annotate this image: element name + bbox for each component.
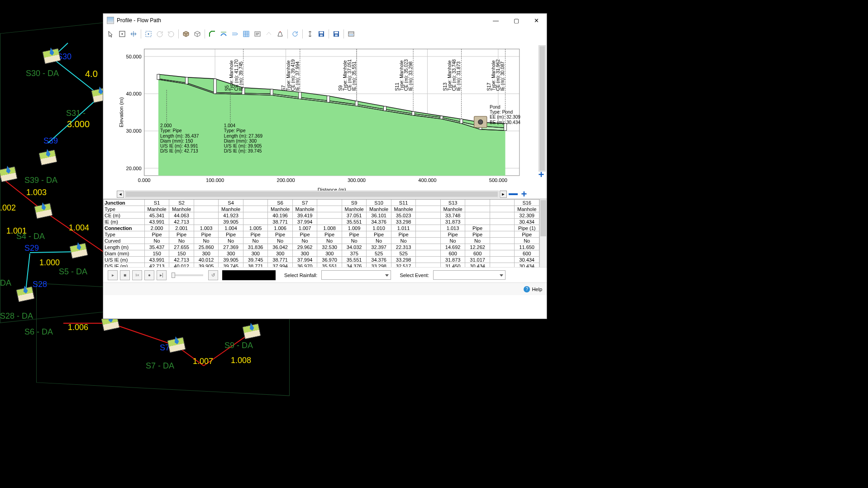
svg-text:100.000: 100.000: [206, 177, 224, 183]
svg-text:Pond: Pond: [490, 105, 501, 110]
chart-v-scrollbar[interactable]: [539, 45, 546, 172]
map-label: S6 - DA: [24, 327, 53, 337]
svg-rect-14: [243, 31, 249, 37]
save-button[interactable]: [331, 29, 341, 39]
save-image-button[interactable]: [316, 29, 326, 39]
svg-text:Type: Pipe: Type: Pipe: [160, 128, 182, 133]
data-grid-area[interactable]: JunctionS1S2S4S6S7S9S10S11S13S16TypeManh…: [103, 199, 547, 267]
svg-rect-52: [270, 89, 273, 95]
hgl-button[interactable]: [219, 29, 229, 39]
svg-text:Elevation (m): Elevation (m): [119, 97, 124, 128]
titlebar[interactable]: Profile - Flow Path — ▢ ✕: [103, 14, 547, 27]
svg-text:IE (m): 33.298: IE (m): 33.298: [408, 61, 413, 91]
svg-rect-49: [185, 77, 188, 84]
window-title: Profile - Flow Path: [117, 17, 486, 24]
speed-button[interactable]: 1x: [132, 270, 142, 280]
flip-path-button[interactable]: [264, 29, 274, 39]
annotations-button[interactable]: [253, 29, 262, 39]
play-button[interactable]: ▸: [108, 270, 118, 280]
chart-h-scrollbar[interactable]: [125, 191, 499, 198]
zoom-out-h-button[interactable]: [509, 193, 518, 195]
view-3d-solid-button[interactable]: [181, 29, 191, 39]
svg-text:1.004: 1.004: [224, 123, 236, 128]
grid-v-scrollbar[interactable]: [539, 199, 547, 267]
svg-text:Diam (mm): 300: Diam (mm): 300: [224, 139, 257, 144]
profile-chart[interactable]: 20.00030.00040.00050.0000.000100.000200.…: [117, 45, 529, 194]
svg-text:400.000: 400.000: [418, 177, 436, 183]
hgl-table-button[interactable]: [241, 29, 251, 39]
svg-rect-57: [412, 111, 415, 115]
svg-text:IE (m): 37.994: IE (m): 37.994: [295, 61, 300, 91]
measure-button[interactable]: [305, 29, 315, 39]
record-button[interactable]: ●: [144, 270, 154, 280]
app-icon: [107, 17, 114, 24]
svg-text:Type: Pipe: Type: Pipe: [224, 128, 246, 133]
map-label: S39: [43, 136, 58, 146]
svg-text:50.000: 50.000: [126, 54, 142, 59]
help-button[interactable]: ? Help: [524, 286, 542, 292]
loop-button[interactable]: ↺: [208, 270, 218, 280]
svg-text:Diam (mm): 150: Diam (mm): 150: [160, 139, 193, 144]
chart-scroll-right-button[interactable]: ►: [500, 191, 507, 198]
map-label: S39 - DA: [24, 176, 57, 185]
refresh-button[interactable]: [290, 29, 300, 39]
maximize-button[interactable]: ▢: [506, 14, 526, 27]
svg-text:IE (m): 31.873: IE (m): 31.873: [457, 61, 462, 91]
ground-line-button[interactable]: [207, 29, 217, 39]
design-button[interactable]: [275, 29, 285, 39]
playback-bar: ▸ ■ 1x ● ▸| ↺ Select Rainfall: Select Ev…: [103, 267, 547, 282]
zoom-window-button[interactable]: [117, 29, 127, 39]
svg-text:Length (m): 27.369: Length (m): 27.369: [224, 133, 263, 138]
map-label: S29: [24, 244, 39, 253]
chart-scroll-left-button[interactable]: ◄: [117, 191, 124, 198]
flow-arrows-button[interactable]: [230, 29, 240, 39]
svg-rect-48: [157, 74, 160, 80]
close-button[interactable]: ✕: [526, 14, 547, 27]
data-grid[interactable]: JunctionS1S2S4S6S7S9S10S11S13S16TypeManh…: [103, 199, 539, 267]
pointer-tool-button[interactable]: [106, 29, 116, 39]
select-rainfall-dropdown[interactable]: [321, 270, 391, 280]
map-label: S31 -: [66, 109, 86, 118]
svg-rect-21: [334, 32, 338, 33]
map-label: 1.003: [26, 188, 47, 197]
svg-rect-50: [214, 79, 216, 94]
svg-text:0.000: 0.000: [138, 177, 151, 183]
svg-rect-19: [320, 34, 323, 36]
svg-text:40.000: 40.000: [126, 91, 142, 96]
time-slider[interactable]: [172, 274, 203, 276]
zoom-in-h-button[interactable]: +: [520, 190, 529, 199]
map-label: S28 - DA: [0, 311, 33, 321]
map-label: S4 - DA: [16, 232, 45, 241]
stop-button[interactable]: ■: [120, 270, 130, 280]
map-label: 1.000: [39, 258, 60, 268]
profile-chart-area[interactable]: 20.00030.00040.00050.0000.000100.000200.…: [103, 41, 547, 199]
map-label: DA: [0, 278, 11, 288]
profile-window: Profile - Flow Path — ▢ ✕: [103, 13, 547, 319]
svg-point-13: [148, 33, 149, 35]
svg-text:2.000: 2.000: [160, 123, 172, 128]
map-label: S30 - DA: [26, 69, 59, 78]
svg-rect-56: [384, 106, 386, 111]
pan-button[interactable]: [129, 29, 138, 39]
map-label: S5 - DA: [59, 267, 87, 277]
rotate-cw-button[interactable]: [166, 29, 176, 39]
svg-point-25: [351, 34, 352, 35]
zoom-extents-button[interactable]: [143, 29, 153, 39]
map-label: 1.004: [69, 223, 89, 233]
map-label: .002: [0, 203, 16, 213]
svg-text:BE (m): 30.434: BE (m): 30.434: [490, 120, 520, 125]
svg-text:500.000: 500.000: [489, 177, 507, 183]
svg-text:U/S IE (m): 43.991: U/S IE (m): 43.991: [160, 144, 198, 148]
svg-text:U/S IE (m): 39.905: U/S IE (m): 39.905: [224, 144, 262, 148]
settings-button[interactable]: [346, 29, 356, 39]
map-label: S7 - DA: [146, 361, 174, 371]
rotate-ccw-button[interactable]: [155, 29, 165, 39]
map-label: 1.007: [193, 357, 213, 366]
svg-text:IE (m): 35.551: IE (m): 35.551: [352, 61, 357, 91]
select-event-dropdown[interactable]: [433, 270, 506, 280]
step-button[interactable]: ▸|: [157, 270, 167, 280]
minimize-button[interactable]: —: [486, 14, 506, 27]
svg-text:EE (m): 32.309: EE (m): 32.309: [490, 115, 520, 120]
zoom-in-v-button[interactable]: +: [537, 169, 546, 181]
view-3d-wire-button[interactable]: [192, 29, 202, 39]
